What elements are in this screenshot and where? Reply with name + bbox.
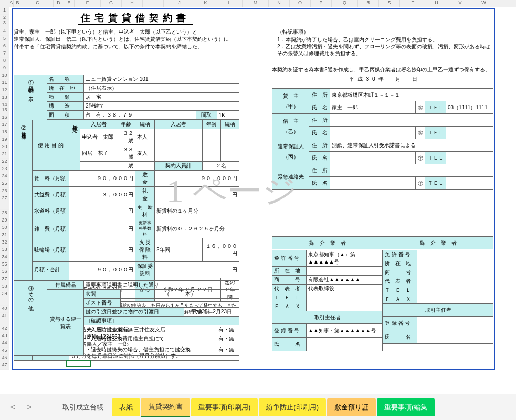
property-layout[interactable]: 1K xyxy=(217,111,239,120)
admin-fee[interactable]: 新賃料の０．２６２５ヶ月分 xyxy=(155,219,239,238)
sheet-tabs: < > 取引成立台帳 表紙 賃貸契約書 重要事項(印刷用) 紛争防止(印刷用) … xyxy=(0,394,516,420)
broker-header-left: 媒 介 業 者 xyxy=(272,237,383,249)
lessor-address[interactable]: 東京都板橋区本町１－１－１ xyxy=(330,89,493,101)
broker-fax-2[interactable] xyxy=(417,295,493,304)
lessor-tel[interactable]: 03（1111）1111 xyxy=(446,101,493,114)
key-exchange-yn[interactable]: 有・無 xyxy=(213,326,239,334)
page-title: 住宅賃貸借契約書 xyxy=(78,12,193,25)
equipment[interactable]: 重要事項説明書に説明した通り xyxy=(84,281,239,290)
broker-left[interactable]: 免 許 番 号東京都知事（▲）第▲▲▲▲▲号 所 在 地 商 号有限会社▲▲▲▲… xyxy=(272,250,383,351)
column-headers: A B C D E F G H I J K L M N O P Q R S T … xyxy=(0,0,516,7)
broker-header-right: 媒 介 業 者 xyxy=(383,237,493,249)
special-notes: （特記事項） 1．本契約が終了した場合、乙は室内クリーニング費用を負担する。 2… xyxy=(277,28,492,57)
rent-amount[interactable]: ９０，０００円 xyxy=(69,171,135,187)
post-number[interactable] xyxy=(121,299,239,308)
broker-reg-1[interactable]: ▲▲知事・第▲▲▲▲▲▲号 xyxy=(307,324,383,338)
broker-name-1[interactable] xyxy=(307,338,383,351)
occupant-total[interactable]: ２名 xyxy=(203,162,239,171)
property-structure[interactable]: 2階建て xyxy=(84,102,239,111)
tab-contract[interactable]: 賃貸契約書 xyxy=(141,398,190,417)
common-fee[interactable]: ３，０００円 xyxy=(69,187,135,203)
monthly-total[interactable]: ９０，０００円 xyxy=(69,262,135,278)
intro-text: 貸主、家主 一郎（以下甲という）と借主、申込者 太郎（以下乙という）と 連帯保証… xyxy=(14,28,239,50)
lessee-address[interactable] xyxy=(330,114,493,127)
broker-rep-1[interactable]: 代表取締役 xyxy=(307,285,383,293)
broker-name-2[interactable] xyxy=(417,330,493,344)
broker-fax-1[interactable] xyxy=(307,302,383,311)
broker-addr-1[interactable] xyxy=(307,267,383,276)
broker-trade-2[interactable] xyxy=(417,268,493,277)
broker-rep-2[interactable] xyxy=(417,277,493,286)
guarantor-name[interactable] xyxy=(330,152,416,164)
property-area[interactable]: 占 有：３８．７９ xyxy=(84,111,196,120)
broker-license-2[interactable] xyxy=(417,250,493,259)
next-sheet-button[interactable]: > xyxy=(22,401,37,414)
property-name[interactable]: ニュー賃貸マンション 101 xyxy=(84,75,239,84)
tab-important-edit[interactable]: 重要事項(編集 xyxy=(377,398,435,416)
renewal-fee[interactable]: 新賃料の１ヶ月分 xyxy=(155,203,239,219)
broker-reg-2[interactable] xyxy=(417,317,493,330)
broker-table[interactable]: 媒 介 業 者媒 介 業 者 xyxy=(272,236,493,249)
lessee-name[interactable] xyxy=(330,127,416,139)
guarantor-tel[interactable] xyxy=(446,152,493,164)
page-break xyxy=(12,370,495,370)
emergency-tel[interactable] xyxy=(446,177,493,190)
row-headers: 1 2 3 4 5 6 7 8 9 10 11 12 13 14 15 16 1… xyxy=(0,7,9,370)
guarantor-address[interactable]: 別紙、連帯保証人引受承諾書による xyxy=(330,139,493,152)
certification-text: 本契約を証する為本書2通を作成し、甲乙丙媒介業者は署名捺印の上甲乙一通ずつ保有す… xyxy=(272,66,498,83)
broker-tel-1[interactable] xyxy=(307,293,383,302)
broker-right[interactable]: 免 許 番 号 所 在 地 商 号 代 表 者 Ｔ Ｅ Ｌ Ｆ Ａ Ｘ 取引主任… xyxy=(383,250,493,344)
tab-ledger[interactable]: 取引成立台帳 xyxy=(55,398,111,416)
tab-important-print[interactable]: 重要事項(印刷用) xyxy=(191,398,258,416)
property-kind[interactable]: 居 宅 xyxy=(84,93,239,102)
seal-icon: ㊞ xyxy=(416,177,425,190)
tab-dispute-print[interactable]: 紛争防止(印刷用) xyxy=(259,398,326,416)
insurance-fee[interactable]: １６，０００円 xyxy=(203,238,239,262)
key-cost-yn[interactable]: 有・無 xyxy=(213,334,239,343)
selected-cell[interactable] xyxy=(66,360,91,368)
emergency-address[interactable] xyxy=(330,164,493,177)
emergency-name[interactable] xyxy=(330,177,416,190)
broker-license-1[interactable]: 東京都知事（▲）第▲▲▲▲▲号 xyxy=(307,250,383,267)
key-loss-yn[interactable]: 有・無 xyxy=(213,343,239,356)
other-table[interactable]: ③その他 付属備品重要事項説明書に説明した通り 貸与する鍵一覧表 玄関（ 本） … xyxy=(14,280,239,356)
tab-cover[interactable]: 表紙 xyxy=(112,398,140,416)
prev-sheet-button[interactable]: < xyxy=(5,401,20,414)
seal-icon: ㊞ xyxy=(416,101,425,114)
handover-date[interactable]: 平成30年2月23日 xyxy=(184,308,239,317)
property-address[interactable]: （住居表示） xyxy=(84,84,239,93)
seal-icon: ㊞ xyxy=(416,127,425,139)
seal-icon: ㊞ xyxy=(416,152,425,164)
broker-trade-1[interactable]: 有限会社▲▲▲▲▲▲ xyxy=(307,276,383,285)
section-label-other: ③その他 xyxy=(14,281,47,356)
entrance-keys[interactable]: （ 本） xyxy=(121,290,239,299)
broker-addr-2[interactable] xyxy=(417,259,493,268)
parties-table[interactable]: 貸 主（甲） 住 所東京都板橋区本町１－１－１ 氏 名家主 一郎㊞ＴＥＬ03（1… xyxy=(272,88,493,190)
deposit-amount[interactable]: ９０，０００円 xyxy=(155,171,239,187)
tabs-more-icon[interactable]: ⋯ xyxy=(436,404,447,410)
broker-tel-2[interactable] xyxy=(417,286,493,295)
tab-deposit[interactable]: 敷金預り証 xyxy=(327,398,376,416)
lessee-tel[interactable] xyxy=(446,127,493,139)
lessor-name[interactable]: 家主 一郎 xyxy=(330,101,416,114)
